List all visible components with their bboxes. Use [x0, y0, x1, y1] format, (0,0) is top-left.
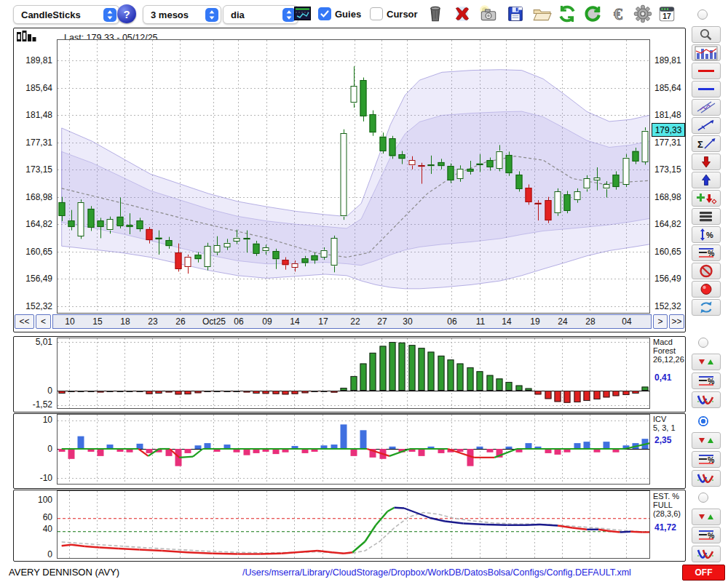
settings-gear-button[interactable] [632, 4, 654, 24]
arrows-up-down-icon [695, 510, 717, 524]
open-icon [531, 4, 552, 23]
trash-icon [426, 4, 445, 23]
snapshot-button[interactable] [478, 4, 499, 24]
mini-chart-icon-button[interactable] [294, 7, 311, 23]
price-axis-label-right: 189,81 [654, 55, 681, 65]
candlestick-chart-canvas[interactable] [57, 39, 650, 314]
percent-lines-icon: % [695, 528, 717, 542]
guies-checkbox-label: Guies [335, 9, 361, 20]
date-axis-label: Oct25 [202, 316, 226, 327]
chevron-updown-icon [205, 8, 218, 22]
date-axis-label: 27 [377, 316, 387, 327]
price-axis-label-right: 156,49 [654, 274, 681, 284]
save-button[interactable] [505, 4, 526, 24]
currency-euro-button[interactable]: € [607, 4, 629, 24]
cursor-checkbox[interactable] [370, 7, 383, 20]
stoch-percent-lines-button[interactable]: % [692, 527, 721, 543]
stoch-curves-button[interactable] [692, 546, 721, 562]
price-axis-label-left: 185,64 [15, 83, 52, 93]
indicator-axis-label: 10 [15, 415, 52, 425]
date-axis-label: 11 [476, 316, 485, 327]
percent-lines-icon: % [695, 246, 717, 260]
histogram-style-icon [17, 31, 37, 46]
svg-text:%: % [708, 531, 715, 540]
nav-first-button[interactable]: << [15, 314, 34, 329]
date-axis-label: 22 [350, 316, 360, 327]
indicator-axis-label: 5,01 [15, 337, 52, 347]
curves-icon [695, 547, 717, 561]
indicator-params-label: FULL [653, 501, 673, 509]
icv-curves-button[interactable] [692, 470, 721, 487]
stoch-panel-radio[interactable] [698, 493, 708, 503]
macd-percent-lines-button[interactable]: % [692, 372, 721, 389]
calendar-button[interactable]: 17 [656, 4, 678, 24]
nav-next-button[interactable]: > [653, 314, 668, 329]
sigma-trend-icon: Σ [695, 137, 717, 151]
nav-prev-button[interactable]: < [36, 314, 51, 329]
red-horizontal-line-tool-button[interactable] [692, 63, 721, 79]
indicator-panel-tool-button[interactable] [692, 44, 721, 61]
indicator-panel-icon [695, 46, 718, 60]
help-button[interactable]: ? [117, 4, 136, 23]
record-tool-button[interactable] [692, 281, 721, 298]
off-toggle-button[interactable]: OFF [682, 565, 725, 581]
reload-button[interactable] [582, 4, 604, 24]
date-axis-label: 14 [290, 316, 299, 327]
open-button[interactable] [531, 4, 553, 24]
vertical-percent-tool-button[interactable]: % [692, 226, 721, 243]
trend-line-tool-button[interactable] [692, 117, 721, 134]
arrow-down-red-tool-button[interactable] [692, 154, 721, 170]
blue-horizontal-line-tool-button[interactable] [692, 81, 721, 97]
icv-arrows-up-down-button[interactable] [692, 432, 721, 449]
curves-icon [695, 393, 717, 407]
icv-current-value: 2,35 [654, 435, 671, 445]
period-select-value: 3 mesos [151, 9, 189, 20]
price-axis-label-right: 168,98 [654, 192, 681, 202]
toolbar-radio[interactable] [697, 9, 708, 20]
settings-gear-icon [633, 4, 653, 24]
blue-horizontal-line-icon [695, 82, 717, 96]
channel-tool-button[interactable] [692, 99, 721, 116]
guies-checkbox[interactable] [318, 7, 331, 20]
price-axis-label-right: 160,65 [654, 247, 681, 257]
percent-lines-tool-button[interactable]: % [692, 244, 721, 261]
zoom-tool-button[interactable] [692, 26, 721, 43]
date-axis-label: 23 [148, 316, 157, 327]
macd-curves-button[interactable] [692, 391, 721, 408]
nav-last-button[interactable]: >> [669, 314, 684, 329]
price-axis-label-left: 168,98 [15, 192, 52, 202]
trash-button[interactable] [424, 4, 446, 24]
indicator-axis-label: -10 [15, 473, 52, 483]
date-axis-label: 28 [585, 316, 595, 327]
macd-arrows-up-down-button[interactable] [692, 354, 721, 370]
period-select[interactable]: 3 mesos [143, 5, 221, 24]
stoch-arrows-up-down-button[interactable] [692, 509, 721, 525]
price-axis-label-left: 164,82 [15, 219, 52, 229]
interval-select[interactable]: dia [223, 5, 298, 24]
svg-text:17: 17 [662, 12, 671, 20]
list-bars-icon [695, 210, 717, 223]
price-axis-label-right: 152,32 [654, 301, 681, 311]
icv-panel-radio[interactable] [698, 416, 708, 426]
sigma-trend-tool-button[interactable]: Σ [692, 135, 721, 152]
current-price-tag: 179,33 [652, 123, 685, 137]
delete-button[interactable] [451, 4, 473, 24]
macd-panel-radio[interactable] [698, 338, 708, 348]
chevron-updown-icon [103, 8, 116, 22]
chart-type-select[interactable]: CandleSticks [13, 5, 119, 24]
arrow-up-blue-tool-button[interactable] [692, 172, 721, 188]
percent-lines-icon: % [695, 453, 717, 466]
date-axis-label: 24 [558, 316, 567, 327]
refresh-all-button[interactable] [556, 4, 578, 24]
stochastic-current-value: 41,72 [654, 522, 676, 533]
interval-select-value: dia [231, 9, 245, 20]
arrows-up-down-icon [695, 434, 717, 447]
icv-percent-lines-button[interactable]: % [692, 451, 721, 468]
indicator-params-label: EST. % [653, 492, 679, 501]
disable-tool-button[interactable] [692, 263, 721, 279]
date-axis-label: 10 [65, 316, 74, 327]
cursor-checkbox-label: Cursor [387, 9, 418, 20]
refresh-tool-button[interactable] [692, 299, 721, 316]
list-bars-tool-button[interactable] [692, 208, 721, 225]
add-indicator-tool-button[interactable] [692, 190, 721, 207]
